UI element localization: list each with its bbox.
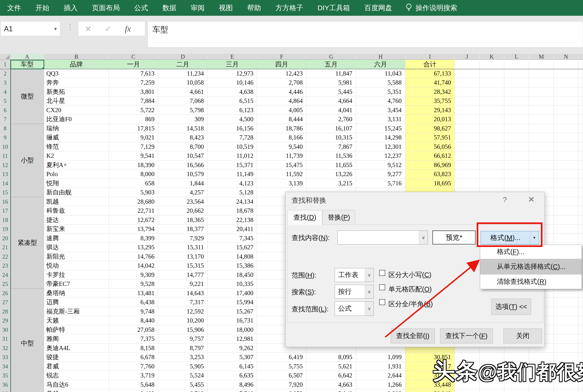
brand-cell[interactable]: 新宝来	[44, 224, 109, 234]
month-value-cell[interactable]: 5,307	[207, 352, 257, 362]
month-value-cell[interactable]: 15,315	[158, 261, 207, 270]
brand-cell[interactable]: 凯越	[44, 197, 109, 206]
month-value-cell[interactable]: 5,588	[356, 78, 405, 87]
row-header-10[interactable]: 10	[0, 142, 10, 152]
month-value-cell[interactable]: 15,311	[158, 243, 207, 252]
month-value-cell[interactable]: 28,680	[109, 197, 158, 206]
month-value-cell[interactable]: 14,808	[207, 252, 257, 261]
header-cell-brand[interactable]: 品牌	[44, 60, 109, 69]
month-value-cell[interactable]: 3,454	[356, 106, 405, 115]
month-value-cell[interactable]: 10,547	[158, 151, 207, 160]
month-value-cell[interactable]: 8,440	[109, 316, 158, 325]
preview-button[interactable]: 预览*	[433, 230, 476, 244]
ribbon-tab[interactable]: 审阅	[183, 0, 212, 16]
look-in-select[interactable]: 公式 ∨	[335, 302, 374, 316]
cell[interactable]	[529, 389, 554, 392]
cell[interactable]	[578, 170, 583, 179]
scope-select[interactable]: 工作表 ∨	[335, 268, 374, 282]
cell[interactable]	[480, 151, 504, 160]
month-value-cell[interactable]: 13,226	[306, 170, 356, 179]
row-header-32[interactable]: 32	[0, 344, 10, 353]
month-value-cell[interactable]: 15,627	[207, 243, 257, 252]
brand-cell[interactable]: 迈腾	[44, 298, 109, 307]
month-value-cell[interactable]: 8,496	[207, 380, 257, 390]
row-header-5[interactable]: 5	[0, 96, 10, 106]
match-cell-checkbox[interactable]	[379, 284, 385, 290]
cell[interactable]	[504, 106, 529, 115]
cell[interactable]	[578, 124, 583, 133]
month-value-cell[interactable]: 7,728	[207, 133, 257, 142]
month-value-cell[interactable]: 4,864	[257, 96, 306, 106]
cell[interactable]	[529, 106, 554, 115]
row-header-31[interactable]: 31	[0, 334, 10, 344]
row-header-1[interactable]: 1	[0, 60, 10, 69]
header-cell-month[interactable]: 二月	[158, 60, 207, 69]
cell[interactable]	[455, 69, 480, 78]
month-value-cell[interactable]: 11,847	[306, 69, 356, 78]
total-value-cell[interactable]: 67,133	[405, 69, 455, 78]
month-value-cell[interactable]: 18,678	[207, 206, 257, 216]
month-value-cell[interactable]: 1,844	[158, 179, 207, 188]
cell[interactable]	[504, 142, 529, 152]
cell[interactable]	[554, 216, 578, 225]
row-header-18[interactable]: 18	[0, 216, 10, 225]
cell[interactable]	[578, 224, 583, 234]
month-value-cell[interactable]: 4,123	[207, 179, 257, 188]
month-value-cell[interactable]: 7,867	[306, 142, 356, 152]
row-header-17[interactable]: 17	[0, 206, 10, 216]
cell[interactable]	[578, 216, 583, 225]
name-box-dropdown-icon[interactable]: ▾	[54, 22, 57, 36]
cell[interactable]	[504, 389, 529, 392]
brand-cell[interactable]: 天籁	[44, 316, 109, 325]
ribbon-tab[interactable]: 插入	[56, 0, 85, 16]
cell[interactable]	[578, 234, 583, 243]
cell[interactable]	[578, 197, 583, 206]
brand-cell[interactable]: K2	[44, 151, 109, 160]
cell[interactable]	[529, 179, 554, 188]
menu-item-choose-format-from-cell[interactable]: 从单元格选择格式(C)...	[480, 259, 582, 274]
month-value-cell[interactable]: 9,528	[109, 280, 158, 289]
cell[interactable]	[504, 124, 529, 133]
total-value-cell[interactable]: 18,695	[405, 179, 455, 188]
cell[interactable]	[554, 87, 578, 96]
brand-cell[interactable]: 君越	[44, 389, 109, 392]
month-value-cell[interactable]: 15,371	[207, 160, 257, 170]
month-value-cell[interactable]: 14,643	[158, 289, 207, 298]
month-value-cell[interactable]: 5,905	[158, 362, 207, 371]
month-value-cell[interactable]: 6,678	[109, 352, 158, 362]
cell[interactable]	[504, 133, 529, 142]
close-icon[interactable]: ✕	[528, 195, 535, 204]
month-value-cell[interactable]: 7,375	[109, 334, 158, 344]
cell[interactable]	[554, 179, 578, 188]
month-value-cell[interactable]: 9,757	[158, 334, 207, 344]
month-value-cell[interactable]: 7,345	[207, 234, 257, 243]
ribbon-tab[interactable]: 帮助	[240, 0, 268, 16]
cancel-icon[interactable]: ✕	[85, 24, 91, 33]
row-header-37[interactable]: 37	[0, 389, 10, 392]
cell[interactable]	[504, 96, 529, 106]
month-value-cell[interactable]: 4,638	[207, 87, 257, 96]
cell[interactable]	[455, 170, 480, 179]
month-value-cell[interactable]: 8,158	[109, 344, 158, 353]
brand-cell[interactable]: Polo	[44, 170, 109, 179]
header-cell-total[interactable]: 合计	[405, 60, 455, 69]
row-header-27[interactable]: 27	[0, 298, 10, 307]
brand-cell[interactable]: 桑塔纳	[44, 289, 109, 298]
ribbon-tab[interactable]: 数据	[155, 0, 183, 16]
brand-cell[interactable]: 悦翔	[44, 179, 109, 188]
insert-function-icon[interactable]: fx	[125, 24, 131, 34]
month-value-cell[interactable]: 5,524	[158, 371, 207, 380]
header-cell-month[interactable]: 三月	[207, 60, 257, 69]
tab-replace[interactable]: 替换(P)	[323, 210, 355, 225]
month-value-cell[interactable]: 12,301	[356, 142, 405, 152]
month-value-cell[interactable]: 8,166	[257, 133, 306, 142]
month-value-cell[interactable]: 11,012	[207, 151, 257, 160]
cell[interactable]	[554, 289, 578, 298]
month-value-cell[interactable]: 12,592	[158, 307, 207, 316]
month-value-cell[interactable]: 1,931	[356, 362, 405, 371]
month-value-cell[interactable]: 14,777	[158, 270, 207, 280]
ribbon-tab[interactable]: 百度网盘	[357, 0, 399, 16]
brand-cell[interactable]: 福克斯-三厢	[44, 307, 109, 316]
row-header-21[interactable]: 21	[0, 243, 10, 252]
close-button[interactable]: 关闭	[504, 328, 542, 343]
